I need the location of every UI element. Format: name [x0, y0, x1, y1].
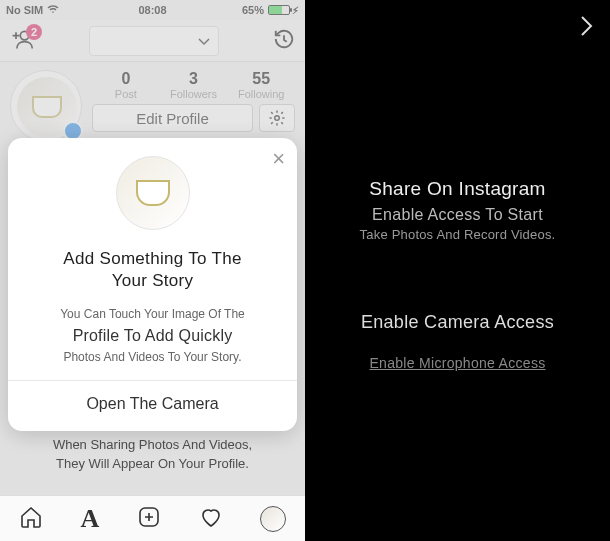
home-icon	[19, 505, 43, 529]
heart-icon	[199, 505, 223, 529]
home-tab[interactable]	[19, 505, 43, 533]
activity-tab[interactable]	[199, 505, 223, 533]
enable-camera-button[interactable]: Enable Camera Access	[360, 312, 556, 333]
new-post-tab[interactable]	[137, 505, 161, 533]
modal-avatar	[116, 156, 190, 230]
enable-microphone-button[interactable]: Enable Microphone Access	[360, 355, 556, 371]
profile-tab[interactable]	[260, 506, 286, 532]
close-button[interactable]: ×	[272, 148, 285, 170]
modal-title: Add Something To The Your Story	[22, 248, 283, 292]
permission-title: Share On Instagram	[360, 178, 556, 200]
search-tab[interactable]: A	[80, 504, 99, 534]
chevron-right-icon	[576, 14, 596, 38]
modal-description: Photos And Videos To Your Story.	[22, 349, 283, 366]
add-story-modal: × Add Something To The Your Story You Ca…	[8, 138, 297, 431]
permission-subtitle: Enable Access To Start	[360, 206, 556, 224]
next-arrow-button[interactable]	[576, 14, 596, 42]
open-camera-button[interactable]: Open The Camera	[22, 381, 283, 427]
permission-description: Take Photos And Record Videos.	[360, 227, 556, 242]
plus-square-icon	[137, 505, 161, 529]
modal-description: You Can Touch Your Image Of The	[22, 306, 283, 323]
camera-permission-screen: Share On Instagram Enable Access To Star…	[305, 0, 610, 541]
tab-bar: A	[0, 495, 305, 541]
modal-description: Profile To Add Quickly	[22, 325, 283, 347]
